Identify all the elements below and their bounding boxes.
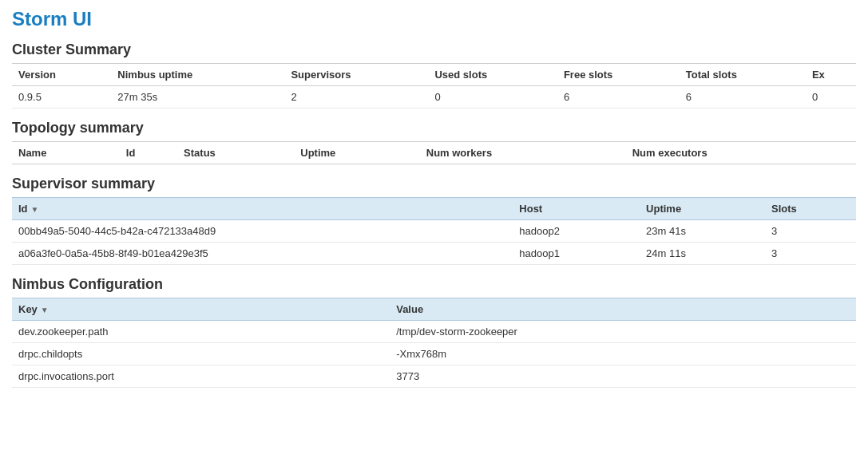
table-cell: 6 xyxy=(680,86,806,109)
table-cell: 23m 41s xyxy=(640,220,765,243)
col-header-uptime: Uptime xyxy=(294,142,420,164)
col-header-num-workers: Num workers xyxy=(420,142,626,164)
col-header-host: Host xyxy=(513,198,640,220)
col-header-slots: Slots xyxy=(765,198,856,220)
table-cell: drpc.invocations.port xyxy=(12,365,390,388)
table-cell: hadoop2 xyxy=(513,220,640,243)
table-cell: 3773 xyxy=(390,365,856,388)
table-cell: 0 xyxy=(428,86,557,109)
col-header-ex: Ex xyxy=(806,64,856,86)
table-cell: a06a3fe0-0a5a-45b8-8f49-b01ea429e3f5 xyxy=(12,243,513,265)
col-header-uptime: Uptime xyxy=(640,198,765,220)
table-cell: 24m 11s xyxy=(640,243,765,265)
table-cell: 27m 35s xyxy=(111,86,284,109)
sort-icon[interactable]: ▼ xyxy=(41,306,49,314)
col-header-used-slots: Used slots xyxy=(428,64,557,86)
col-header-num-executors: Num executors xyxy=(626,142,856,164)
table-cell: 0.9.5 xyxy=(12,86,111,109)
table-row: 00bb49a5-5040-44c5-b42a-c472133a48d9hado… xyxy=(12,220,856,243)
col-header-free-slots: Free slots xyxy=(557,64,680,86)
sort-icon[interactable]: ▼ xyxy=(31,205,39,214)
col-header-status: Status xyxy=(177,142,294,164)
col-header-version: Version xyxy=(12,64,111,86)
topology-summary-heading: Topology summary xyxy=(12,120,856,136)
table-cell: drpc.childopts xyxy=(12,343,390,365)
col-header-id: Id xyxy=(120,142,177,164)
supervisor-summary-heading: Supervisor summary xyxy=(12,176,856,192)
table-cell: 0 xyxy=(806,86,856,109)
cluster-summary-heading: Cluster Summary xyxy=(12,41,856,58)
col-header-value: Value xyxy=(390,298,856,321)
table-cell: dev.zookeeper.path xyxy=(12,321,390,343)
col-header-id: Id▼ xyxy=(12,198,513,220)
table-cell: hadoop1 xyxy=(513,243,640,265)
app-title: Storm UI xyxy=(12,8,856,30)
table-cell: /tmp/dev-storm-zookeeper xyxy=(390,321,856,343)
table-cell: -Xmx768m xyxy=(390,343,856,365)
nimbus-config-table: Key▼Value dev.zookeeper.path/tmp/dev-sto… xyxy=(12,298,856,388)
table-row: drpc.invocations.port3773 xyxy=(12,365,856,388)
table-cell: 00bb49a5-5040-44c5-b42a-c472133a48d9 xyxy=(12,220,513,243)
col-header-key: Key▼ xyxy=(12,298,390,321)
nimbus-config-heading: Nimbus Configuration xyxy=(12,276,856,293)
table-row: 0.9.527m 35s20660 xyxy=(12,86,856,109)
table-row: drpc.childopts-Xmx768m xyxy=(12,343,856,365)
table-cell: 3 xyxy=(765,243,856,265)
supervisor-summary-table: Id▼HostUptimeSlots 00bb49a5-5040-44c5-b4… xyxy=(12,197,856,265)
table-cell: 2 xyxy=(284,86,428,109)
col-header-name: Name xyxy=(12,142,120,164)
table-row: dev.zookeeper.path/tmp/dev-storm-zookeep… xyxy=(12,321,856,343)
table-row: a06a3fe0-0a5a-45b8-8f49-b01ea429e3f5hado… xyxy=(12,243,856,265)
col-header-supervisors: Supervisors xyxy=(284,64,428,86)
cluster-summary-table: VersionNimbus uptimeSupervisorsUsed slot… xyxy=(12,63,856,109)
col-header-total-slots: Total slots xyxy=(680,64,806,86)
table-cell: 3 xyxy=(765,220,856,243)
col-header-nimbus-uptime: Nimbus uptime xyxy=(111,64,284,86)
topology-summary-table: NameIdStatusUptimeNum workersNum executo… xyxy=(12,141,856,164)
table-cell: 6 xyxy=(557,86,680,109)
